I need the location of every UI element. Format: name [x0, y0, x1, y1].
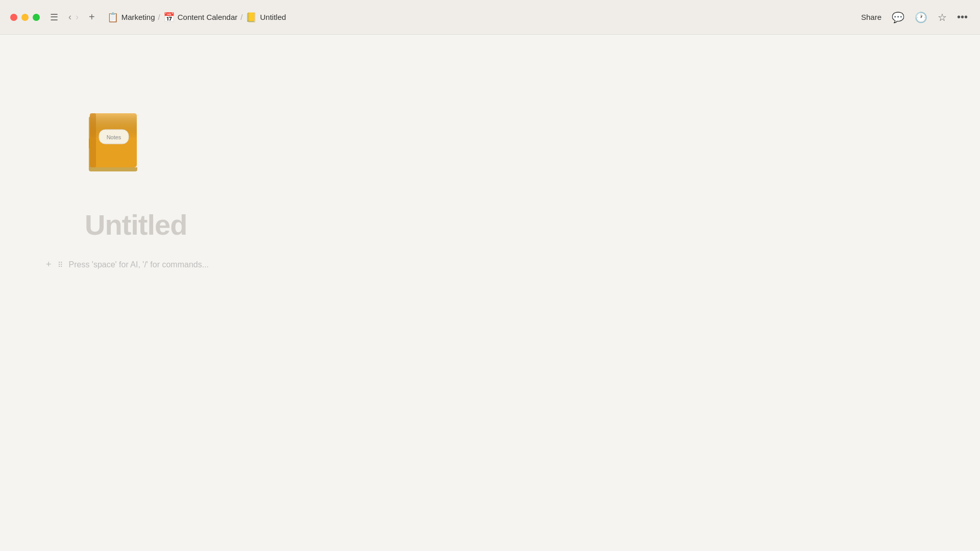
titlebar: ☰ ‹ › + 📋 Marketing / 📅 Content Calendar… [0, 0, 980, 35]
minimize-button[interactable] [21, 14, 29, 21]
content-calendar-icon: 📅 [163, 12, 175, 23]
svg-text:Notes: Notes [107, 134, 121, 140]
back-arrow-icon[interactable]: ‹ [68, 12, 71, 22]
breadcrumb-untitled[interactable]: Untitled [260, 13, 286, 21]
editor-placeholder[interactable]: Press 'space' for AI, '/' for commands..… [69, 260, 209, 269]
main-content: Notes Untitled + ⠿ Press 'space' for AI,… [0, 35, 980, 551]
add-block-button[interactable]: + [46, 259, 52, 270]
close-button[interactable] [10, 14, 17, 21]
svg-rect-9 [89, 138, 92, 148]
notebook-svg: Notes [85, 110, 146, 177]
breadcrumb-sep-2: / [240, 13, 242, 21]
comments-icon[interactable]: 💬 [892, 11, 904, 23]
traffic-lights [10, 14, 40, 21]
share-button[interactable]: Share [861, 13, 881, 21]
page-icon: 📒 [246, 12, 257, 23]
page-cover-icon[interactable]: Notes [85, 110, 146, 179]
titlebar-right: Share 💬 🕐 ☆ ••• [861, 11, 968, 23]
more-options-icon[interactable]: ••• [957, 11, 968, 23]
favorite-icon[interactable]: ☆ [938, 11, 947, 23]
history-icon[interactable]: 🕐 [915, 11, 927, 23]
page-title-area[interactable]: Untitled [85, 208, 187, 241]
page-title[interactable]: Untitled [85, 208, 187, 241]
content-editor-block[interactable]: + ⠿ Press 'space' for AI, '/' for comman… [46, 259, 209, 270]
maximize-button[interactable] [33, 14, 40, 21]
sidebar-toggle-icon[interactable]: ☰ [50, 12, 58, 23]
breadcrumb-content-calendar[interactable]: Content Calendar [178, 13, 238, 21]
titlebar-left: ☰ ‹ › + 📋 Marketing / 📅 Content Calendar… [50, 11, 286, 23]
breadcrumb-sep-1: / [158, 13, 160, 21]
breadcrumb-marketing[interactable]: Marketing [121, 13, 155, 21]
nav-arrows: ‹ › [68, 12, 79, 22]
new-page-button[interactable]: + [89, 11, 95, 23]
breadcrumb: 📋 Marketing / 📅 Content Calendar / 📒 Unt… [107, 12, 286, 23]
forward-arrow-icon[interactable]: › [76, 12, 79, 22]
marketing-icon: 📋 [107, 12, 118, 23]
drag-handle-icon[interactable]: ⠿ [58, 261, 63, 269]
